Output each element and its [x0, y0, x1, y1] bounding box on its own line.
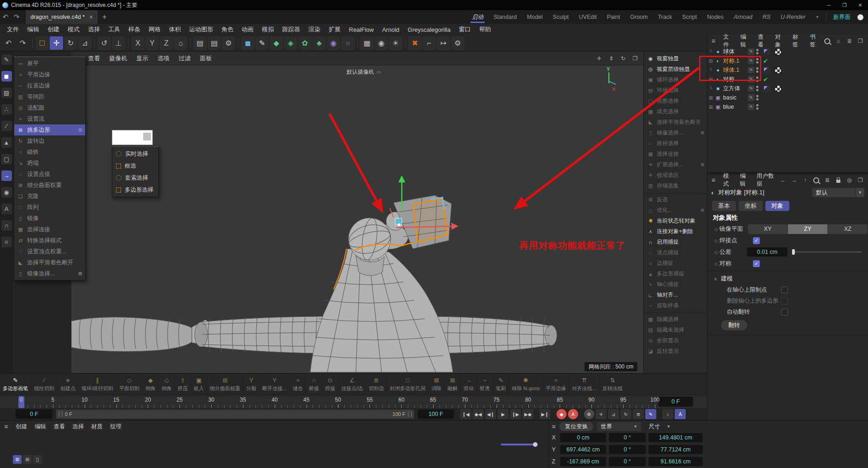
object-row[interactable]: ⊞▣blue✎ — [707, 102, 868, 111]
palette-item[interactable]: ↳轴心捕捉 — [644, 279, 707, 290]
add-cloner-button[interactable]: ✿ — [298, 36, 312, 50]
layout-tab[interactable]: Paint — [602, 10, 625, 24]
flyout-item[interactable]: ⊞细分曲面权重 — [14, 180, 85, 191]
object-manager-menu-item[interactable]: 编辑 — [737, 33, 754, 49]
shelf-tool[interactable]: ⇅反转法线 — [600, 374, 626, 395]
mirror-option-xy[interactable]: XY — [748, 224, 788, 234]
shelf-tool[interactable]: ◇平面切割 — [116, 374, 143, 395]
flyout-item[interactable]: ❏克隆 — [14, 191, 85, 202]
shelf-tool[interactable]: ◇倒角 — [159, 374, 175, 395]
shelf-tool[interactable]: ⇧挤压 — [175, 374, 191, 395]
flyout-item[interactable]: ▯镜像 — [14, 213, 85, 224]
prev-frame-button[interactable]: ◀❙ — [485, 409, 496, 419]
edges-mode-icon[interactable]: ∕ — [1, 121, 12, 131]
layout-tab[interactable]: Script — [677, 10, 702, 24]
flyout-item[interactable]: ↻旋转边 — [14, 135, 85, 146]
render-settings-button[interactable]: ⚙ — [222, 36, 235, 50]
coordinates-menu-icon[interactable]: ≡ — [552, 423, 556, 430]
symmetry-checkbox[interactable]: ✓ — [753, 260, 760, 267]
axis-lock-button[interactable]: ⊥ — [112, 36, 125, 50]
flyout-item[interactable]: ▦选择连接 — [14, 224, 85, 235]
add-spline-button[interactable]: ○ — [341, 36, 354, 50]
up-icon[interactable]: ↑ — [801, 176, 809, 184]
range-start-field[interactable]: 0 F — [16, 410, 52, 419]
object-manager-menu-item[interactable]: 标签 — [789, 33, 806, 49]
add-floor-button[interactable]: ▦ — [360, 36, 374, 50]
forward-icon[interactable]: → — [790, 176, 798, 184]
tolerance-slider[interactable] — [792, 252, 862, 252]
viewport-menu-item[interactable]: 查看 — [83, 54, 104, 63]
attribute-menu-item[interactable]: 模式 — [719, 172, 736, 188]
attribute-menu-item[interactable]: 用户数据 — [753, 172, 779, 188]
record-keyframe-button[interactable]: ◆ — [556, 409, 567, 419]
undo-button[interactable]: ↶ — [2, 36, 15, 50]
material-menu-item[interactable]: 查看 — [50, 423, 69, 431]
object-row[interactable]: └■立方体✎ — [707, 84, 868, 93]
phong-tag-icon[interactable] — [763, 48, 770, 55]
record-position-button[interactable]: ✛ — [596, 409, 607, 419]
lock-icon[interactable] — [834, 176, 842, 184]
modeling-section-header[interactable]: ∨ 建模 — [707, 273, 868, 284]
add-cube-button[interactable]: ◼ — [241, 36, 255, 50]
reset-transform-button[interactable]: 复位变换 — [559, 422, 593, 431]
model-mode-icon[interactable]: ◼ — [1, 71, 12, 82]
swatch-close-icon[interactable] — [143, 133, 151, 140]
shelf-tool[interactable]: ⊞细分曲面权重 — [207, 374, 243, 395]
palette-item[interactable]: ▦选择连接 — [644, 149, 707, 159]
menubar-item[interactable]: 选择 — [84, 25, 104, 34]
mirror-option-xz[interactable]: XZ — [828, 224, 868, 234]
menubar-item[interactable]: 创建 — [43, 25, 64, 34]
enabled-check-icon[interactable]: ✔ — [763, 76, 768, 83]
shelf-tool[interactable]: ≈缝合 — [290, 374, 306, 395]
range-left-grip[interactable] — [58, 411, 63, 417]
flyout-item[interactable]: ─拉直边缘 — [14, 80, 85, 91]
menubar-item[interactable]: RealFlow — [345, 26, 378, 33]
menubar-item[interactable]: 模式 — [64, 25, 84, 34]
phong-tag-icon[interactable] — [763, 85, 770, 92]
flyout-item[interactable]: ∴设置点值 — [14, 169, 85, 180]
add-pen-button[interactable]: ✎ — [255, 36, 269, 50]
add-tab-button[interactable]: + — [98, 13, 111, 21]
palette-item[interactable]: ⌐路径选择 — [644, 138, 707, 149]
toolbar-settings-button[interactable]: ⚙ — [451, 36, 464, 50]
layout-tab[interactable]: Arnoad — [729, 10, 757, 24]
palette-item[interactable]: ▢轮廓选择 — [644, 96, 707, 106]
material-menu-item[interactable]: 编辑 — [31, 423, 50, 431]
scale-tool[interactable]: ⊿ — [78, 36, 92, 50]
xparticles-button[interactable]: ✖ — [408, 36, 422, 50]
menubar-item[interactable]: 网格 — [145, 25, 165, 34]
range-slider[interactable]: 0 F 100 F — [56, 410, 414, 419]
menubar-item[interactable]: 样条 — [124, 25, 145, 34]
close-button[interactable]: ✕ — [852, 0, 868, 10]
layout-tab[interactable]: Model — [522, 10, 548, 24]
layout-tab[interactable]: RS — [758, 10, 775, 24]
enable-toggle-icon[interactable]: ✎ — [748, 94, 754, 101]
x-axis-toggle[interactable]: X — [131, 36, 145, 50]
new-interface-button[interactable]: 新界面 — [828, 10, 856, 24]
palette-item[interactable]: ▤环状选择 — [644, 85, 707, 96]
menubar-item[interactable]: Arnold — [378, 26, 404, 33]
object-manager-menu-icon[interactable]: ≡ — [707, 37, 719, 45]
viewport-menu-item[interactable]: 显示 — [132, 54, 153, 63]
shelf-tool[interactable]: □封闭多边形孔洞 — [387, 374, 428, 395]
add-generator-button[interactable]: ◈ — [284, 36, 297, 50]
add-subdivision-button[interactable]: ◆ — [270, 36, 283, 50]
palette-item[interactable]: ✛收缩选区 — [644, 170, 707, 181]
palette-item[interactable]: ∩启用捕捉 — [644, 237, 707, 247]
goto-end-button[interactable]: ▶❙ — [539, 409, 550, 419]
make-editable-icon[interactable]: ✎ — [1, 54, 12, 65]
home-icon[interactable]: ⌂ — [834, 37, 842, 45]
layout-tab[interactable]: Track — [653, 10, 677, 24]
maximize-button[interactable]: ❐ — [837, 0, 852, 10]
gear-icon[interactable]: ⚙ — [78, 271, 82, 277]
add-camera-button[interactable]: ◉ — [375, 36, 388, 50]
slider-handle[interactable] — [533, 442, 538, 447]
range-end-field[interactable]: 100 F — [418, 410, 454, 419]
menubar-item[interactable]: 扩展 — [324, 25, 345, 34]
rotation-field[interactable]: 0 ° — [609, 433, 646, 442]
shelf-tool[interactable]: Y断开连接... — [260, 374, 290, 395]
palette-item[interactable]: ∟轴对齐... — [644, 290, 707, 300]
goto-start-button[interactable]: ❙◀ — [460, 409, 471, 419]
menubar-item[interactable]: 跟踪器 — [278, 25, 304, 34]
object-name[interactable]: basic — [722, 94, 736, 101]
